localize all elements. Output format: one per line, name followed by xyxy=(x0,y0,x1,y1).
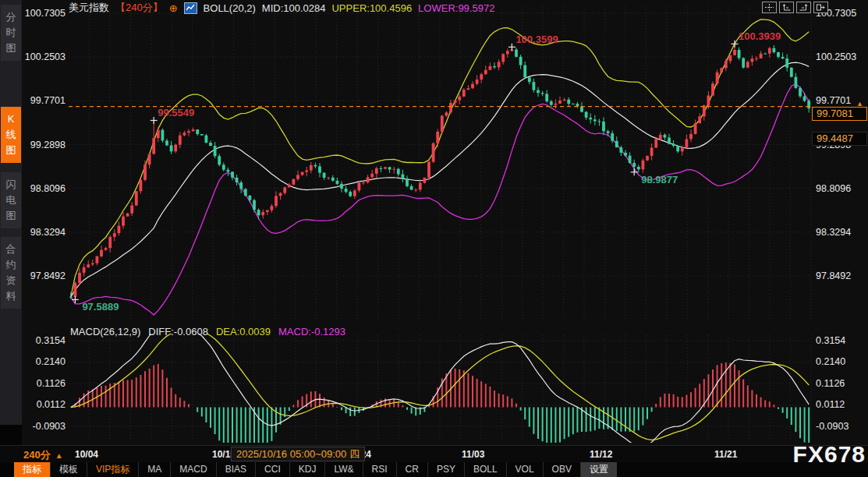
time-axis: 240分▲ FX678 10/0410/1510/2411/0311/1211/… xyxy=(0,445,868,463)
chart-header: 美元指数 【240分】 ⊕ BOLL(20,2) MID:100.0284 UP… xyxy=(69,2,494,14)
secondary-price-box: 99.4487 xyxy=(812,132,867,146)
date-label-1: 10/04 xyxy=(75,449,98,460)
svg-text:100.7305: 100.7305 xyxy=(25,8,66,19)
crosshair-icon[interactable] xyxy=(762,2,777,13)
toolbar-item-7[interactable]: CCI xyxy=(256,462,290,477)
current-price-box: 99.7081 xyxy=(812,107,867,121)
hover-tooltip: 2025/10/16 05:00~09:00 四 xyxy=(231,447,365,461)
macd-header: MACD(26,12,9) DIFF:-0.0608 DEA:0.0039 MA… xyxy=(70,326,345,337)
price-arrow-icon: ▲ xyxy=(856,100,863,108)
price-annotations: 97.588999.5549100.359998.9877100.3939 xyxy=(72,30,781,313)
toolbar-item-6[interactable]: BIAS xyxy=(217,462,256,477)
scale-left-icon[interactable] xyxy=(779,2,794,13)
svg-text:99.7701: 99.7701 xyxy=(816,95,851,106)
svg-text:0.0112: 0.0112 xyxy=(816,399,845,410)
axis-labels: 100.7305100.7305100.2503100.250399.77019… xyxy=(25,8,856,432)
date-label-5: 11/12 xyxy=(590,449,612,460)
svg-text:0.2140: 0.2140 xyxy=(36,356,66,367)
trading-app: 分时图K线图闪电图合约资料 100.7305100.7305100.250310… xyxy=(0,0,868,477)
scale-right-icon[interactable] xyxy=(796,2,811,13)
svg-text:100.3599: 100.3599 xyxy=(515,34,558,45)
link-icon[interactable]: ⊕ xyxy=(169,3,178,13)
svg-text:100.2503: 100.2503 xyxy=(816,51,856,62)
date-label-6: 11/21 xyxy=(714,449,737,460)
svg-text:98.3294: 98.3294 xyxy=(816,227,851,238)
toolbar-item-16[interactable]: 设置 xyxy=(581,462,617,477)
svg-text:-0.0903: -0.0903 xyxy=(816,421,849,432)
svg-text:98.9877: 98.9877 xyxy=(641,174,678,186)
grid xyxy=(69,6,811,441)
chart-svg[interactable]: 100.7305100.7305100.2503100.250399.77019… xyxy=(0,0,868,477)
toolbar-item-2[interactable]: 模板 xyxy=(51,462,87,477)
period-selector[interactable]: 240分▲ xyxy=(23,448,63,462)
svg-text:0.2140: 0.2140 xyxy=(816,356,845,367)
triangle-up-icon: ▲ xyxy=(55,451,63,460)
svg-text:0.0112: 0.0112 xyxy=(37,399,66,410)
boll-upper-value: UPPER:100.4596 xyxy=(331,2,412,14)
toolbar-item-3[interactable]: VIP指标 xyxy=(87,462,139,477)
svg-text:99.7701: 99.7701 xyxy=(30,95,66,106)
boll-mid-value: MID:100.0284 xyxy=(262,2,326,14)
toolbar-item-4[interactable]: MA xyxy=(139,462,171,477)
period-label[interactable]: 【240分】 xyxy=(115,1,163,15)
macd-bar-value: MACD:-0.1293 xyxy=(278,326,345,337)
chart-tool-icons xyxy=(762,2,828,13)
toolbar-item-1[interactable]: 指标 xyxy=(14,462,51,477)
svg-text:0.3154: 0.3154 xyxy=(816,335,845,346)
svg-text:99.2898: 99.2898 xyxy=(30,140,66,150)
price-pane xyxy=(69,19,810,315)
svg-text:100.3939: 100.3939 xyxy=(739,30,781,42)
svg-text:99.5549: 99.5549 xyxy=(158,107,194,118)
toolbar-item-12[interactable]: PSY xyxy=(428,462,465,477)
boll-label: BOLL(20,2) xyxy=(204,2,256,14)
svg-text:98.8096: 98.8096 xyxy=(816,183,851,194)
toolbar-item-10[interactable]: RSI xyxy=(363,462,397,477)
toolbar-item-11[interactable]: CR xyxy=(397,462,428,477)
svg-text:97.8492: 97.8492 xyxy=(30,270,66,281)
toolbar-item-15[interactable]: OBV xyxy=(544,462,581,477)
toolbar-item-13[interactable]: BOLL xyxy=(465,462,507,477)
svg-text:0.1126: 0.1126 xyxy=(37,378,66,389)
macd-diff-value: DIFF:-0.0608 xyxy=(148,326,208,337)
svg-text:100.2503: 100.2503 xyxy=(25,51,66,62)
toolbar-item-5[interactable]: MACD xyxy=(171,462,216,477)
toolbar-item-9[interactable]: LW& xyxy=(325,462,363,477)
period-selector-label: 240分 xyxy=(23,449,51,461)
macd-dea-value: DEA:0.0039 xyxy=(216,326,271,337)
svg-text:98.8096: 98.8096 xyxy=(30,183,66,194)
svg-text:0.1126: 0.1126 xyxy=(816,378,845,389)
svg-text:97.8492: 97.8492 xyxy=(816,270,851,281)
pan-right-icon[interactable] xyxy=(813,2,828,13)
date-label-4: 11/03 xyxy=(462,449,484,460)
svg-text:0.3154: 0.3154 xyxy=(36,335,66,346)
toolbar-item-8[interactable]: KDJ xyxy=(290,462,326,477)
boll-lower-value: LOWER:99.5972 xyxy=(418,2,494,14)
svg-text:-0.0903: -0.0903 xyxy=(33,421,66,432)
macd-label: MACD(26,12,9) xyxy=(70,326,140,337)
toolbar-item-14[interactable]: VOL xyxy=(507,462,544,477)
svg-text:98.3294: 98.3294 xyxy=(30,227,66,238)
indicator-toolbar: 指标模板VIP指标MAMACDBIASCCIKDJLW&RSICRPSYBOLL… xyxy=(14,462,868,477)
chart-type-icon[interactable] xyxy=(184,2,197,14)
symbol-name: 美元指数 xyxy=(69,1,109,15)
svg-text:97.5889: 97.5889 xyxy=(82,301,119,313)
